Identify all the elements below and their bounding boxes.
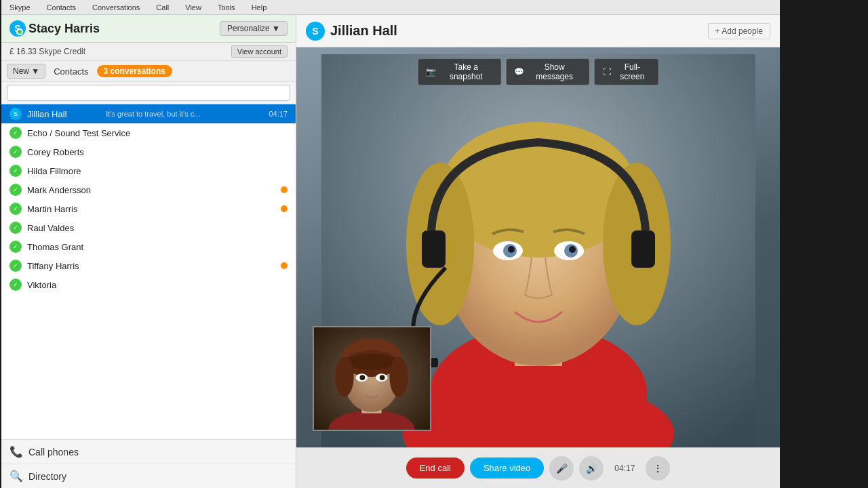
- list-item[interactable]: Thomas Grant: [1, 237, 296, 256]
- video-area: 📷 Take a snapshot 💬 Show messages ⛶ Full…: [296, 47, 780, 447]
- messages-label: Show messages: [528, 62, 581, 81]
- list-item[interactable]: Martin Harris: [1, 199, 296, 218]
- call-contact-name: Jillian Hall: [330, 23, 397, 39]
- menu-help[interactable]: Help: [249, 2, 270, 13]
- contact-status-icon: [9, 241, 22, 253]
- svg-rect-14: [422, 230, 446, 268]
- status-indicator: [16, 28, 23, 35]
- phone-icon: 📞: [9, 445, 23, 458]
- contact-status-icon: [9, 146, 22, 158]
- contact-name: Echo / Sound Test Service: [27, 128, 288, 138]
- view-account-button[interactable]: View account: [231, 45, 288, 58]
- call-phones-label: Call phones: [28, 447, 79, 458]
- call-user-info: S Jillian Hall: [306, 22, 397, 41]
- add-people-button[interactable]: + Add people: [708, 23, 770, 39]
- menu-bar: Skype Contacts Conversations Call View T…: [1, 0, 780, 15]
- list-item[interactable]: Viktoria: [1, 275, 296, 294]
- snapshot-label: Take a snapshot: [439, 62, 492, 81]
- call-contact-avatar: S: [306, 22, 325, 41]
- fullscreen-label: Full-screen: [614, 62, 650, 81]
- contact-status-icon: [9, 203, 22, 215]
- contact-status-icon: [9, 184, 22, 196]
- credit-bar: £ 16.33 Skype Credit View account: [1, 43, 296, 61]
- self-view: [313, 326, 431, 431]
- personalize-button[interactable]: Personalize ▼: [220, 21, 288, 36]
- microphone-button[interactable]: 🎤: [549, 456, 574, 481]
- svg-point-29: [380, 375, 385, 380]
- svg-rect-15: [631, 230, 655, 268]
- call-duration: 04:17: [614, 464, 635, 473]
- notification-dot: [281, 186, 288, 193]
- search-input[interactable]: [7, 85, 290, 101]
- search-container: [1, 82, 296, 104]
- svg-point-23: [347, 354, 397, 369]
- contact-status-icon: [9, 260, 22, 272]
- list-item[interactable]: Mark Andersson: [1, 180, 296, 199]
- credit-text: £ 16.33 Skype Credit: [9, 47, 85, 56]
- svg-point-13: [569, 246, 576, 253]
- sidebar: S Stacy Harris Personalize ▼ £ 16.33 Sky…: [1, 15, 296, 488]
- fullscreen-button[interactable]: ⛶ Full-screen: [594, 58, 659, 85]
- end-call-button[interactable]: End call: [406, 458, 465, 479]
- contact-name: Martin Harris: [27, 204, 288, 214]
- user-info: S Stacy Harris: [9, 20, 100, 37]
- svg-point-30: [369, 385, 374, 392]
- share-video-button[interactable]: Share video: [470, 458, 544, 479]
- call-controls: End call Share video 🎤 🔊 04:17 ⋮: [296, 447, 780, 488]
- contact-list: S Jillian Hall It's great to travel, but…: [1, 104, 296, 439]
- self-view-feed: [314, 327, 430, 430]
- sidebar-header: S Stacy Harris Personalize ▼: [1, 15, 296, 43]
- call-header: S Jillian Hall + Add people: [296, 15, 780, 47]
- svg-point-25: [389, 357, 408, 397]
- menu-view[interactable]: View: [182, 2, 204, 13]
- volume-button[interactable]: 🔊: [579, 456, 604, 481]
- contact-name: Viktoria: [27, 280, 288, 290]
- show-messages-button[interactable]: 💬 Show messages: [505, 58, 590, 85]
- content-area: S Jillian Hall + Add people: [296, 15, 780, 488]
- sidebar-item-directory[interactable]: 🔍 Directory: [1, 464, 296, 488]
- contact-name: Hilda Fillmore: [27, 166, 288, 176]
- contact-time: 04:17: [269, 110, 288, 118]
- contact-name: Thomas Grant: [27, 242, 288, 252]
- contact-name: Tiffany Harris: [27, 261, 288, 271]
- list-item[interactable]: Corey Roberts: [1, 142, 296, 161]
- svg-point-28: [359, 375, 365, 380]
- video-toolbar: 📷 Take a snapshot 💬 Show messages ⛶ Full…: [417, 58, 659, 85]
- contact-status-icon: S: [9, 108, 22, 120]
- sidebar-item-call-phones[interactable]: 📞 Call phones: [1, 440, 296, 464]
- list-item[interactable]: Hilda Fillmore: [1, 161, 296, 180]
- list-item[interactable]: Raul Valdes: [1, 218, 296, 237]
- fullscreen-icon: ⛶: [603, 67, 611, 77]
- tab-bar: New ▼ Contacts 3 conversations: [1, 61, 296, 82]
- menu-tools[interactable]: Tools: [215, 2, 238, 13]
- menu-contacts[interactable]: Contacts: [44, 2, 79, 13]
- notification-dot: [281, 205, 288, 212]
- contact-status-icon: [9, 222, 22, 234]
- camera-icon: 📷: [426, 67, 436, 77]
- contact-status-icon: [9, 279, 22, 291]
- contact-status-icon: [9, 127, 22, 139]
- menu-skype[interactable]: Skype: [7, 2, 33, 13]
- contact-name: Raul Valdes: [27, 223, 288, 233]
- take-snapshot-button[interactable]: 📷 Take a snapshot: [417, 58, 501, 85]
- directory-label: Directory: [28, 471, 66, 482]
- user-name: Stacy Harris: [28, 22, 100, 36]
- contact-name: Jillian Hall: [27, 109, 106, 119]
- new-button[interactable]: New ▼: [7, 64, 45, 79]
- list-item[interactable]: S Jillian Hall It's great to travel, but…: [1, 104, 296, 123]
- more-options-button[interactable]: ⋮: [646, 456, 670, 481]
- contact-preview: It's great to travel, but it's c...: [106, 110, 263, 118]
- menu-conversations[interactable]: Conversations: [90, 2, 142, 13]
- svg-point-24: [335, 357, 353, 397]
- contact-name: Corey Roberts: [27, 147, 288, 157]
- notification-dot: [281, 262, 288, 269]
- contact-status-icon: [9, 165, 22, 177]
- search-icon: 🔍: [9, 470, 23, 483]
- list-item[interactable]: Tiffany Harris: [1, 256, 296, 275]
- tab-contacts[interactable]: Contacts: [50, 64, 92, 79]
- svg-point-12: [508, 246, 515, 253]
- list-item[interactable]: Echo / Sound Test Service: [1, 123, 296, 142]
- sidebar-bottom: 📞 Call phones 🔍 Directory: [1, 439, 296, 488]
- conversations-badge[interactable]: 3 conversations: [97, 65, 172, 77]
- menu-call[interactable]: Call: [153, 2, 172, 13]
